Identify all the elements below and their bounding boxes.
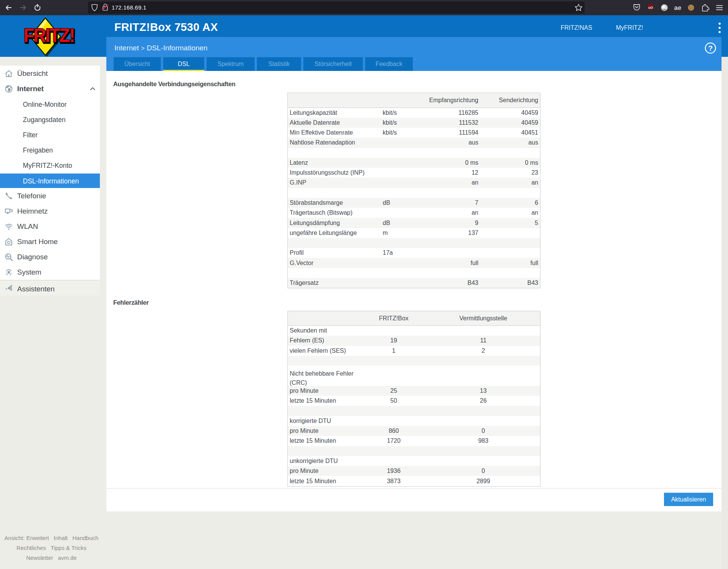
svg-text:uO: uO: [648, 6, 653, 10]
svg-text:FRITZ!: FRITZ!: [24, 25, 74, 46]
svg-text:?: ?: [708, 44, 713, 52]
svg-text:ae: ae: [674, 4, 681, 11]
